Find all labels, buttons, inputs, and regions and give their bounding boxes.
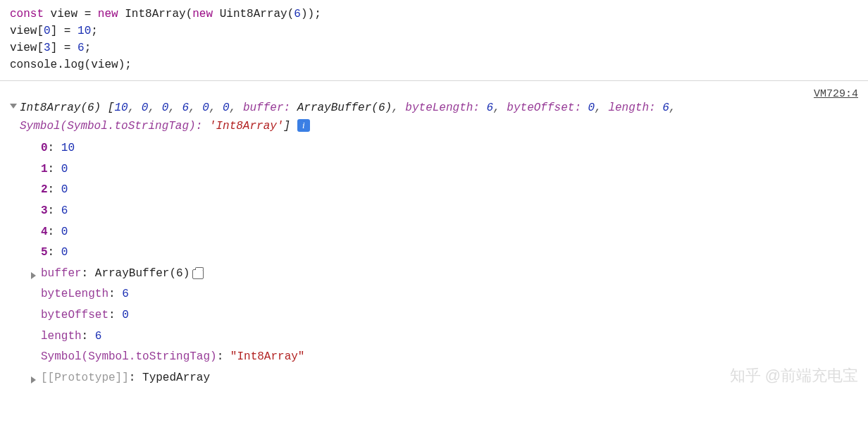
- code-line-1: const view = new Int8Array(new Uint8Arra…: [10, 6, 858, 23]
- log-entry: Int8Array(6) [10, 0, 0, 6, 0, 0, buffer:…: [10, 99, 858, 135]
- prop-index-row[interactable]: 4: 0: [31, 222, 858, 243]
- object-typename: Int8Array(6): [20, 102, 101, 114]
- prop-byteoffset-row[interactable]: byteOffset: 0: [31, 305, 858, 326]
- code-editor: const view = new Int8Array(new Uint8Arra…: [0, 0, 868, 81]
- disclose-triangle-icon[interactable]: [31, 272, 36, 279]
- keyword-new: new: [192, 8, 213, 20]
- object-summary[interactable]: Int8Array(6) [10, 0, 0, 6, 0, 0, buffer:…: [20, 99, 858, 135]
- code-line-3: view[3] = 6;: [10, 39, 858, 56]
- prop-length-row[interactable]: length: 6: [31, 326, 858, 348]
- keyword-const: const: [10, 8, 44, 20]
- keyword-new: new: [98, 8, 118, 20]
- prop-index-row[interactable]: 3: 6: [31, 201, 858, 222]
- watermark: 知乎 @前端充电宝: [730, 364, 858, 387]
- prop-index-row[interactable]: 0: 10: [31, 138, 858, 159]
- info-icon[interactable]: i: [297, 119, 310, 132]
- prop-index-row[interactable]: 1: 0: [31, 159, 858, 180]
- console-output: VM729:4 Int8Array(6) [10, 0, 0, 6, 0, 0,…: [0, 81, 868, 395]
- prop-bytelength-row[interactable]: byteLength: 6: [31, 284, 858, 305]
- prop-index-row[interactable]: 5: 0: [31, 242, 858, 264]
- prop-index-row[interactable]: 2: 0: [31, 180, 858, 201]
- code-line-2: view[0] = 10;: [10, 23, 858, 39]
- prop-buffer-row[interactable]: buffer: ArrayBuffer(6): [31, 264, 858, 285]
- code-line-4: console.log(view);: [10, 56, 858, 73]
- disclose-triangle-icon[interactable]: [31, 376, 36, 383]
- memory-inspector-icon[interactable]: [192, 269, 204, 279]
- expanded-properties: 0: 10 1: 0 2: 0 3: 6 4: 0 5: 0 buffer: A…: [10, 138, 858, 388]
- source-link[interactable]: VM729:4: [814, 87, 858, 103]
- disclose-triangle-icon[interactable]: [10, 104, 17, 109]
